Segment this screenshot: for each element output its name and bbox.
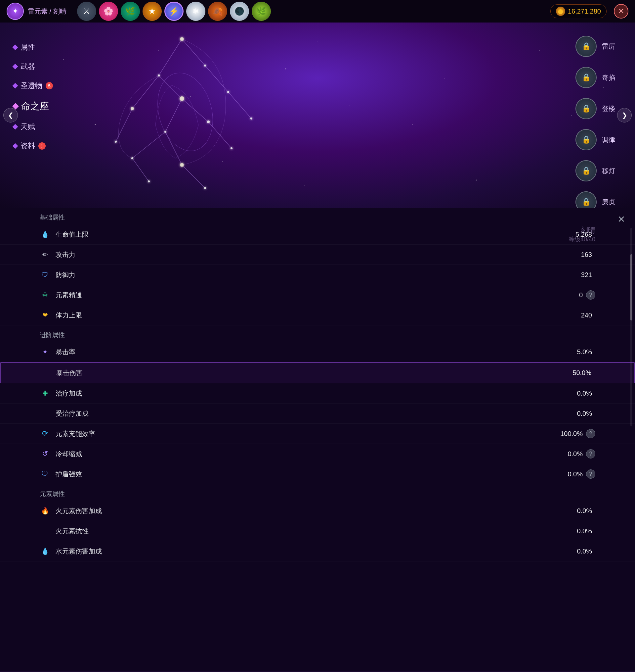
stat-value-stamina: 240: [581, 312, 592, 319]
lock-icon-4: 🔒: [582, 135, 591, 144]
left-nav: 属性 武器 圣遗物 5 命之座 天赋 资料 !: [13, 42, 53, 151]
char-tab-2[interactable]: 🌸: [99, 2, 118, 21]
em-help-icon[interactable]: ?: [586, 290, 595, 299]
char-tab-1[interactable]: ⚔: [77, 2, 96, 21]
close-icon: ✕: [618, 7, 624, 16]
stat-row-shield: 🛡 护盾强效 0.0% ?: [0, 464, 635, 484]
const-node-circle-3: 🔒: [575, 98, 597, 119]
stat-value-crit-dmg: 50.0%: [572, 369, 591, 377]
svg-line-7: [132, 132, 166, 158]
svg-line-10: [182, 165, 205, 188]
stat-value-fire-dmg: 0.0%: [577, 507, 592, 515]
svg-point-23: [231, 147, 233, 149]
svg-line-11: [116, 109, 132, 142]
svg-point-31: [180, 163, 184, 167]
right-arrow-icon: ❯: [622, 111, 628, 119]
app-logo: ✦: [7, 3, 24, 20]
atk-icon: ✏: [40, 249, 50, 260]
char-tab-7[interactable]: 🍂: [208, 2, 227, 21]
nav-mingzhizuo[interactable]: 命之座: [13, 100, 53, 112]
const-node-label-3: 登楼: [602, 104, 615, 113]
stat-row-hp: 💧 生命值上限 5,268: [0, 225, 635, 245]
nav-shuxing[interactable]: 属性: [13, 42, 53, 52]
next-character-button[interactable]: ❯: [617, 108, 632, 123]
stat-value-crit-rate: 5.0%: [577, 348, 592, 356]
nav-ziliao[interactable]: 资料 !: [13, 141, 53, 151]
stat-name-water-dmg: 水元素伤害加成: [56, 547, 577, 556]
char-tab-3[interactable]: 🌿: [121, 2, 140, 21]
stat-row-er: ⟳ 元素充能效率 100.0% ?: [0, 424, 635, 444]
svg-point-27: [148, 181, 150, 183]
lock-icon-5: 🔒: [582, 167, 591, 175]
heal-icon: ✚: [40, 388, 50, 399]
char-tab-8[interactable]: 🌑: [230, 2, 249, 21]
stat-name-heal: 治疗加成: [56, 389, 577, 398]
stat-row-def: 🛡 防御力 321: [0, 265, 635, 285]
nav-diamond-ziliao: [13, 143, 18, 149]
nav-label-tiancai: 天赋: [21, 122, 35, 132]
const-node-2[interactable]: 🔒 奇掐: [575, 67, 615, 88]
svg-point-22: [115, 141, 117, 143]
svg-point-30: [180, 96, 184, 101]
fire-res-icon: [40, 526, 50, 536]
const-node-5[interactable]: 🔒 移灯: [575, 160, 615, 182]
const-node-6[interactable]: 🔒 廉贞: [575, 191, 615, 208]
er-icon: ⟳: [40, 428, 50, 439]
nav-label-shuxing: 属性: [21, 42, 35, 52]
nav-wuqi[interactable]: 武器: [13, 62, 53, 71]
svg-point-16: [204, 65, 206, 66]
svg-line-12: [228, 92, 251, 119]
svg-point-26: [204, 187, 206, 189]
stat-row-atk: ✏ 攻击力 163: [0, 245, 635, 265]
prev-character-button[interactable]: ❮: [3, 108, 18, 123]
svg-point-15: [158, 75, 160, 77]
const-node-4[interactable]: 🔒 调律: [575, 129, 615, 150]
nav-shengyiwu[interactable]: 圣遗物 5: [13, 81, 53, 91]
nav-tiancai[interactable]: 天赋: [13, 122, 53, 132]
heal-recv-icon: [40, 408, 50, 419]
stat-value-def: 321: [581, 271, 592, 279]
stat-name-shield: 护盾强效: [56, 470, 568, 479]
nav-label-shengyiwu: 圣遗物: [21, 81, 42, 91]
char-tab-4[interactable]: ★: [143, 2, 162, 21]
char-tab-5[interactable]: ⚡: [165, 2, 183, 21]
stat-value-er: 100.0%: [560, 430, 583, 438]
stat-row-crit-rate: ✦ 暴击率 5.0%: [0, 342, 635, 362]
svg-line-1: [182, 39, 205, 66]
stat-name-fire-res: 火元素抗性: [56, 527, 577, 536]
const-node-1[interactable]: 🔒 雷厉: [575, 36, 615, 57]
nav-label-wuqi: 武器: [21, 62, 35, 71]
char-tab-6[interactable]: ❄: [186, 2, 205, 21]
cd-help-icon[interactable]: ?: [586, 449, 595, 459]
stat-row-water-dmg: 💧 水元素伤害加成 0.0%: [0, 541, 635, 562]
stat-value-shield: 0.0%: [568, 470, 583, 478]
er-help-icon[interactable]: ?: [586, 429, 595, 438]
shield-help-icon[interactable]: ?: [586, 469, 595, 479]
character-tabs: ⚔ 🌸 🌿 ★ ⚡ ❄ 🍂 🌑 🌿: [77, 2, 546, 21]
stat-row-crit-dmg: 暴击伤害 50.0%: [0, 362, 635, 383]
stat-value-heal: 0.0%: [577, 390, 592, 397]
stat-value-em: 0: [579, 291, 583, 299]
const-node-label-6: 廉贞: [602, 197, 615, 207]
nav-diamond-shengyiwu: [13, 83, 18, 89]
nav-diamond-shuxing: [13, 45, 18, 50]
close-button[interactable]: ✕: [614, 4, 628, 19]
ziliao-badge: !: [38, 142, 46, 150]
char-tab-9[interactable]: 🌿: [252, 2, 271, 21]
stat-value-fire-res: 0.0%: [577, 527, 592, 535]
logo-symbol: ✦: [12, 7, 18, 16]
left-arrow-icon: ❮: [8, 111, 14, 119]
const-node-3[interactable]: 🔒 登楼: [575, 98, 615, 119]
lock-icon-6: 🔒: [582, 197, 591, 206]
const-node-label-5: 移灯: [602, 167, 615, 175]
svg-point-32: [131, 107, 134, 110]
stat-row-stamina: ❤ 体力上限 240: [0, 305, 635, 326]
svg-line-4: [205, 66, 228, 92]
stat-name-atk: 攻击力: [56, 250, 581, 259]
em-icon: ♾: [40, 290, 50, 300]
water-dmg-icon: 💧: [40, 546, 50, 556]
svg-line-0: [159, 39, 182, 76]
stat-name-cd: 冷却缩减: [56, 449, 568, 459]
stat-row-heal: ✚ 治疗加成 0.0%: [0, 383, 635, 403]
const-node-circle-1: 🔒: [575, 36, 597, 57]
